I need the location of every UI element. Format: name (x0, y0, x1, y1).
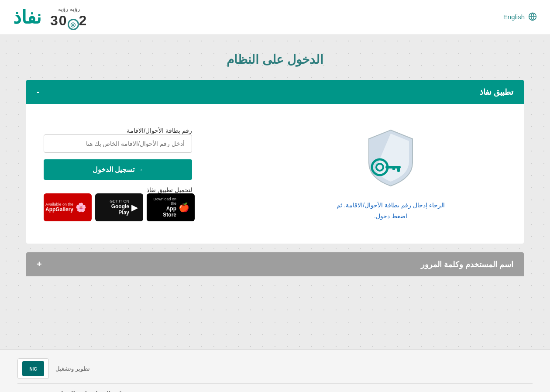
footer-top: تطوير وتشغيل NIC (17, 358, 533, 384)
vision-year: 2◎30 (50, 13, 87, 29)
svg-text:NIC: NIC (29, 367, 37, 371)
app-download-section: لتحميل تطبيق نفاذ 🌸 Available on the App… (44, 186, 192, 221)
password-section-title: اسم المستخدم وكلمة المرور (421, 260, 513, 269)
id-field-label: رقم بطاقة الأحوال/الاقامة (127, 127, 192, 134)
id-field-group: رقم بطاقة الأحوال/الاقامة (44, 127, 192, 153)
illustration-area: الرجاء إدخال رقم بطاقة الأحوال/الاقامة. … (275, 121, 506, 226)
footer: تطوير وتشغيل NIC سياسة الخصوصية المساعدة… (0, 349, 550, 392)
huawei-icon: 🌸 (76, 202, 86, 213)
googleplay-button[interactable]: ▶ GET IT ON Google Play (95, 193, 143, 221)
password-section-header[interactable]: اسم المستخدم وكلمة المرور + (26, 252, 524, 276)
password-section: اسم المستخدم وكلمة المرور + (26, 252, 524, 276)
header-logos: رؤية رؤية 2◎30 نفاذ (13, 6, 87, 29)
app-download-label: لتحميل تطبيق نفاذ (44, 186, 192, 193)
shield-key-illustration (356, 121, 426, 191)
footer-bottom: سياسة الخصوصية المساعدة والدعم الشروط وا… (17, 390, 533, 392)
google-play-icon: ▶ (131, 202, 138, 213)
language-label: English (503, 13, 525, 21)
main-content: الدخول على النظام تطبيق نفاذ - (0, 35, 550, 349)
footer-org-name: مركز المعلومات الوطني (17, 390, 130, 392)
instruction-text: الرجاء إدخال رقم بطاقة الأحوال/الاقامة. … (332, 196, 449, 226)
nafaz-section-header[interactable]: تطبيق نفاذ - (26, 80, 524, 104)
id-input[interactable] (44, 134, 192, 153)
vision-ar-text: رؤية رؤية (50, 6, 87, 13)
appgallery-button[interactable]: 🌸 Available on the AppGallery (44, 193, 92, 221)
password-section-toggle: + (37, 259, 42, 269)
appstore-text: Download on the App Store (152, 197, 176, 218)
page-title: الدخول على النظام (26, 52, 524, 67)
nic-badge: NIC (17, 358, 49, 379)
nic-logo: NIC (22, 361, 44, 376)
appstore-button[interactable]: 🍎 Download on the App Store (147, 193, 195, 221)
googleplay-text: GET IT ON Google Play (100, 199, 129, 216)
svg-rect-5 (392, 166, 395, 170)
vision-logo: رؤية رؤية 2◎30 (50, 6, 87, 29)
nafaz-section: تطبيق نفاذ - (26, 80, 524, 244)
globe-icon (528, 12, 537, 21)
apple-icon: 🍎 (179, 202, 189, 213)
nafaz-section-toggle: - (37, 87, 40, 97)
login-button[interactable]: → تسجيل الدخول (44, 159, 192, 180)
language-switcher[interactable]: English (503, 12, 537, 22)
login-button-group: → تسجيل الدخول (44, 159, 192, 180)
appgallery-text: Available on the AppGallery (45, 202, 73, 213)
instruction-area: الرجاء إدخال رقم بطاقة الأحوال/الاقامة. … (332, 121, 449, 226)
nafaz-form-area: رقم بطاقة الأحوال/الاقامة → تسجيل الدخول… (44, 127, 275, 221)
nafaz-section-title: تطبيق نفاذ (480, 87, 513, 97)
svg-rect-4 (397, 166, 400, 172)
footer-right: مركز المعلومات الوطني النفاذ الوطني المو… (17, 390, 130, 392)
nafaz-section-body: الرجاء إدخال رقم بطاقة الأحوال/الاقامة. … (26, 104, 524, 244)
app-buttons-row: 🌸 Available on the AppGallery ▶ GET IT O… (44, 193, 192, 221)
footer-dev-label: تطوير وتشغيل (55, 365, 90, 372)
nafaz-logo: نفاذ (13, 7, 41, 28)
header: English رؤية رؤية 2◎30 نفاذ (0, 0, 550, 35)
